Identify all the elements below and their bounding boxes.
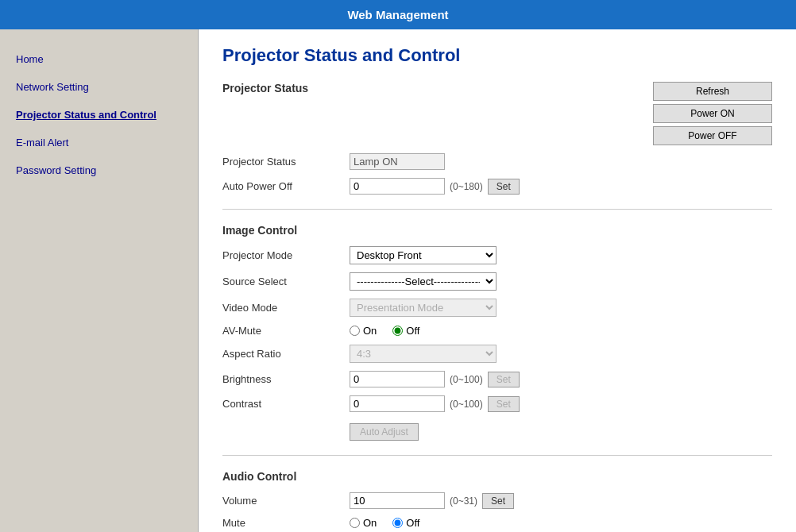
projector-mode-select[interactable]: Desktop Front Desktop Rear Ceiling Front… xyxy=(350,246,497,264)
power-off-button[interactable]: Power OFF xyxy=(653,126,772,145)
projector-status-header: Projector Status xyxy=(222,82,653,94)
source-select-dropdown[interactable]: --------------Select-------------- xyxy=(350,272,497,291)
projector-mode-row: Projector Mode Desktop Front Desktop Rea… xyxy=(222,246,772,264)
projector-mode-label: Projector Mode xyxy=(222,249,350,261)
top-bar: Web Management xyxy=(0,0,796,29)
main-content: Projector Status and Control Projector S… xyxy=(199,29,796,532)
volume-input[interactable] xyxy=(350,492,445,509)
projector-status-control xyxy=(350,153,772,170)
mute-off-option[interactable]: Off xyxy=(392,517,419,529)
contrast-label: Contrast xyxy=(222,398,350,410)
mute-on-option[interactable]: On xyxy=(350,517,377,529)
sidebar-item-network-setting[interactable]: Network Setting xyxy=(0,73,198,101)
brightness-row: Brightness (0~100) Set xyxy=(222,371,772,387)
av-mute-off-label: Off xyxy=(406,325,419,337)
auto-power-off-range: (0~180) xyxy=(450,181,483,192)
source-select-control: --------------Select-------------- xyxy=(350,272,772,291)
contrast-range: (0~100) xyxy=(450,399,483,410)
aspect-ratio-control: 4:3 16:9 xyxy=(350,345,772,363)
divider-1 xyxy=(222,209,772,210)
contrast-set-button[interactable]: Set xyxy=(488,396,520,412)
mute-on-radio[interactable] xyxy=(350,518,360,528)
image-control-header: Image Control xyxy=(222,224,772,237)
mute-control: On Off xyxy=(350,517,772,529)
volume-set-button[interactable]: Set xyxy=(482,493,514,509)
brightness-label: Brightness xyxy=(222,373,350,385)
volume-label: Volume xyxy=(222,495,350,507)
brightness-control: (0~100) Set xyxy=(350,371,772,387)
page-title: Projector Status and Control xyxy=(222,45,772,66)
power-on-button[interactable]: Power ON xyxy=(653,104,772,123)
av-mute-on-radio[interactable] xyxy=(350,326,360,336)
auto-power-off-set-button[interactable]: Set xyxy=(488,179,520,195)
auto-power-off-label: Auto Power Off xyxy=(222,180,350,192)
projector-status-field-row: Projector Status xyxy=(222,153,772,170)
mute-off-label: Off xyxy=(406,517,419,529)
av-mute-on-option[interactable]: On xyxy=(350,325,377,337)
auto-power-off-row: Auto Power Off (0~180) Set xyxy=(222,178,772,195)
mute-on-label: On xyxy=(363,517,377,529)
volume-row: Volume (0~31) Set xyxy=(222,492,772,509)
av-mute-off-radio[interactable] xyxy=(392,326,403,336)
audio-control-header: Audio Control xyxy=(222,470,772,483)
audio-control-section: Audio Control Volume (0~31) Set Mute On xyxy=(222,470,772,529)
brightness-input[interactable] xyxy=(350,371,445,387)
projector-status-label: Projector Status xyxy=(222,156,350,168)
volume-control: (0~31) Set xyxy=(350,492,772,509)
auto-adjust-row: Auto Adjust xyxy=(222,420,772,441)
mute-row: Mute On Off xyxy=(222,517,772,529)
sidebar-item-password-setting[interactable]: Password Setting xyxy=(0,156,198,184)
projector-action-buttons: Refresh Power ON Power OFF xyxy=(653,82,772,145)
contrast-control: (0~100) Set xyxy=(350,395,772,412)
auto-power-off-control: (0~180) Set xyxy=(350,178,772,195)
source-select-label: Source Select xyxy=(222,276,350,287)
refresh-button[interactable]: Refresh xyxy=(653,82,772,101)
aspect-ratio-row: Aspect Ratio 4:3 16:9 xyxy=(222,345,772,363)
volume-range: (0~31) xyxy=(450,495,477,507)
auto-adjust-control: Auto Adjust xyxy=(350,420,772,441)
divider-2 xyxy=(222,455,772,456)
video-mode-label: Video Mode xyxy=(222,302,350,314)
mute-label: Mute xyxy=(222,517,350,529)
sidebar-item-projector-status[interactable]: Projector Status and Control xyxy=(0,101,198,129)
av-mute-off-option[interactable]: Off xyxy=(392,325,419,337)
mute-off-radio[interactable] xyxy=(392,518,403,528)
projector-status-input xyxy=(350,153,445,170)
source-select-row: Source Select --------------Select------… xyxy=(222,272,772,291)
av-mute-row: AV-Mute On Off xyxy=(222,325,772,337)
av-mute-on-label: On xyxy=(363,325,377,337)
contrast-input[interactable] xyxy=(350,395,445,412)
brightness-range: (0~100) xyxy=(450,374,483,385)
video-mode-select[interactable]: Presentation Mode xyxy=(350,299,497,317)
image-control-section: Image Control Projector Mode Desktop Fro… xyxy=(222,224,772,441)
sidebar: Home Network Setting Projector Status an… xyxy=(0,29,199,532)
video-mode-row: Video Mode Presentation Mode xyxy=(222,299,772,317)
auto-power-off-input[interactable] xyxy=(350,178,445,195)
sidebar-item-home[interactable]: Home xyxy=(0,45,198,73)
av-mute-label: AV-Mute xyxy=(222,325,350,337)
video-mode-control: Presentation Mode xyxy=(350,299,772,317)
av-mute-control: On Off xyxy=(350,325,772,337)
brightness-set-button[interactable]: Set xyxy=(488,372,520,387)
projector-status-section: Projector Status Refresh Power ON Power … xyxy=(222,82,772,195)
app-title: Web Management xyxy=(347,8,448,21)
projector-mode-control: Desktop Front Desktop Rear Ceiling Front… xyxy=(350,246,772,264)
sidebar-item-email-alert[interactable]: E-mail Alert xyxy=(0,129,198,156)
aspect-ratio-label: Aspect Ratio xyxy=(222,348,350,360)
aspect-ratio-select[interactable]: 4:3 16:9 xyxy=(350,345,497,363)
contrast-row: Contrast (0~100) Set xyxy=(222,395,772,412)
auto-adjust-button[interactable]: Auto Adjust xyxy=(350,423,419,441)
